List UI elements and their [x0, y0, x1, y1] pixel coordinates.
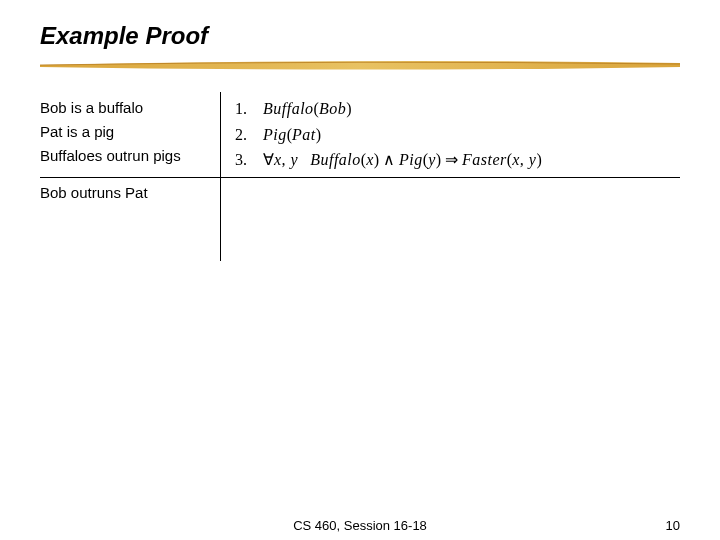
line-number: 2.	[235, 122, 255, 148]
conclusion-row: Bob outruns Pat	[40, 177, 680, 261]
line-number: 1.	[235, 96, 255, 122]
premise-text: Buffaloes outrun pigs	[40, 144, 212, 168]
predicate: Pig	[399, 151, 423, 168]
footer-center: CS 460, Session 16-18	[0, 518, 720, 533]
connector: ⇒	[441, 151, 462, 168]
argument: x	[366, 151, 374, 168]
predicate: Buffalo	[263, 100, 314, 117]
conclusion-formal	[220, 178, 680, 261]
argument: Pat	[292, 126, 316, 143]
predicate: Buffalo	[310, 151, 361, 168]
proof-table: Bob is a buffalo Pat is a pig Buffaloes …	[40, 92, 680, 261]
page-number: 10	[666, 518, 680, 533]
predicate: Faster	[462, 151, 507, 168]
decorative-rule	[40, 58, 680, 70]
argument: y	[428, 151, 436, 168]
formal-line: 2. Pig(Pat)	[235, 122, 680, 148]
line-number: 3.	[235, 147, 255, 173]
conclusion-text: Bob outruns Pat	[40, 178, 220, 261]
argument: x, y	[512, 151, 536, 168]
quantifier: ∀	[263, 151, 274, 168]
premise-text: Bob is a buffalo	[40, 96, 212, 120]
premises-row: Bob is a buffalo Pat is a pig Buffaloes …	[40, 92, 680, 177]
slide-title: Example Proof	[40, 22, 208, 50]
variables: x, y	[274, 151, 298, 168]
connector: ∧	[379, 151, 399, 168]
predicate: Pig	[263, 126, 287, 143]
premise-text: Pat is a pig	[40, 120, 212, 144]
rule-icon	[40, 58, 680, 72]
premises-formal: 1. Buffalo(Bob) 2. Pig(Pat) 3. ∀x, y Buf…	[220, 92, 680, 177]
formal-line: 1. Buffalo(Bob)	[235, 96, 680, 122]
premises-english: Bob is a buffalo Pat is a pig Buffaloes …	[40, 92, 220, 177]
formal-line: 3. ∀x, y Buffalo(x) ∧ Pig(y) ⇒ Faster(x,…	[235, 147, 680, 173]
slide: Example Proof Bob is a buffalo Pat is a …	[0, 0, 720, 540]
argument: Bob	[319, 100, 346, 117]
